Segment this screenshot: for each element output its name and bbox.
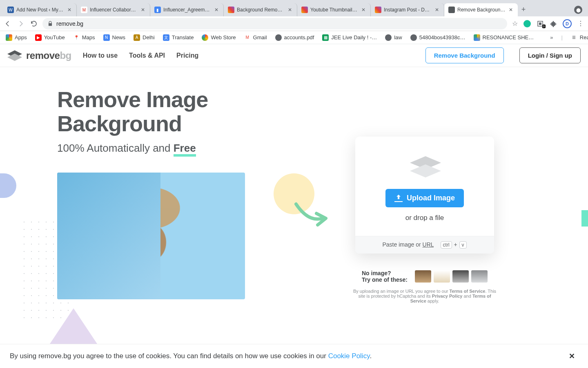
tab-1[interactable]: W Add New Post ‹ MyS… ✕ bbox=[3, 3, 77, 16]
logo-text: removebg bbox=[26, 50, 71, 61]
upload-card: Upload Image or drop a file Paste image … bbox=[355, 137, 494, 254]
gmail-icon: M bbox=[244, 34, 251, 41]
arrow-icon bbox=[294, 202, 331, 231]
favicon bbox=[301, 7, 308, 13]
drive-icon bbox=[385, 34, 392, 41]
hero-subtitle: 100% Automatically and Free bbox=[57, 142, 318, 155]
bookmark-law[interactable]: law bbox=[385, 34, 402, 41]
url-text: remove.bg bbox=[56, 20, 83, 27]
login-signup-button[interactable]: Login / Sign up bbox=[519, 47, 581, 63]
site-logo[interactable]: removebg bbox=[7, 50, 71, 61]
bookmark-translate[interactable]: 文Translate bbox=[163, 34, 194, 41]
sample-thumbs bbox=[415, 270, 488, 283]
drive-icon bbox=[410, 34, 417, 41]
bookmark-news[interactable]: NNews bbox=[103, 34, 126, 41]
bookmark-delhi[interactable]: ADelhi bbox=[134, 34, 155, 41]
close-icon[interactable]: ✕ bbox=[67, 7, 72, 13]
privacy-link[interactable]: Privacy Policy bbox=[432, 294, 463, 298]
new-tab-button[interactable]: + bbox=[518, 5, 529, 16]
decoration-square bbox=[581, 210, 588, 227]
tos-link[interactable]: Terms of Service bbox=[450, 289, 486, 294]
svg-marker-3 bbox=[410, 164, 441, 177]
hero-title: Remove Image Background bbox=[57, 88, 318, 136]
legal-text: By uploading an image or URL you agree t… bbox=[351, 289, 498, 303]
try-samples: No image? Try one of these: bbox=[362, 270, 488, 283]
paste-url-link[interactable]: URL bbox=[423, 241, 434, 248]
bookmark-bos[interactable]: 54804bos43938c… bbox=[410, 34, 466, 41]
tab-title: Instagram Post - Desi… bbox=[384, 7, 432, 13]
nav-how-to-use[interactable]: How to use bbox=[83, 52, 118, 59]
youtube-icon: ▶ bbox=[35, 34, 42, 41]
back-button[interactable] bbox=[4, 20, 11, 27]
decoration-blue-shape bbox=[0, 173, 16, 198]
bookmarks-overflow[interactable]: » bbox=[550, 34, 553, 40]
kbd-ctrl: ctrl bbox=[441, 241, 452, 249]
favicon bbox=[448, 7, 455, 13]
cookie-banner: By using remove.bg you agree to the use … bbox=[0, 344, 588, 368]
tab-3[interactable]: ▮ Influencer_Agreemen… ✕ bbox=[150, 3, 224, 16]
remove-background-button[interactable]: Remove Background bbox=[425, 47, 504, 63]
bookmark-resonance[interactable]: RESONANCE SHE… bbox=[474, 34, 534, 41]
tab-title: Remove Background f… bbox=[457, 7, 506, 13]
bookmark-jee[interactable]: ▦JEE Live Daily ! -… bbox=[322, 34, 377, 41]
favicon bbox=[228, 7, 234, 13]
window-controls: ⬤ bbox=[574, 6, 588, 16]
bookmark-accounts[interactable]: accounts.pdf bbox=[275, 34, 314, 41]
omnibox[interactable]: remove.bg bbox=[42, 18, 507, 29]
tab-2[interactable]: M Influencer Collaborati… ✕ bbox=[77, 3, 150, 16]
bookmark-gmail[interactable]: MGmail bbox=[244, 34, 267, 41]
sample-thumb-3[interactable] bbox=[452, 270, 469, 283]
close-icon[interactable]: ✕ bbox=[140, 7, 146, 13]
drive-icon bbox=[474, 34, 480, 41]
close-icon[interactable]: ✕ bbox=[508, 7, 514, 13]
close-icon[interactable]: ✕ bbox=[434, 7, 440, 13]
browser-chrome: W Add New Post ‹ MyS… ✕ M Influencer Col… bbox=[0, 0, 588, 44]
hero-section: Remove Image Background 100% Automatical… bbox=[0, 67, 588, 349]
bookmark-youtube[interactable]: ▶YouTube bbox=[35, 34, 65, 41]
menu-icon[interactable]: ⋮ bbox=[577, 20, 584, 27]
star-icon[interactable]: ☆ bbox=[512, 20, 518, 27]
tab-7-active[interactable]: Remove Background f… ✕ bbox=[444, 3, 518, 16]
extension-grammarly-icon[interactable] bbox=[523, 20, 531, 27]
extensions-icon[interactable] bbox=[550, 20, 557, 27]
profile-icon[interactable]: D bbox=[563, 19, 572, 28]
favicon: W bbox=[7, 7, 14, 13]
favicon: M bbox=[81, 7, 87, 13]
browser-toolbar: remove.bg ☆ 0 D ⋮ bbox=[0, 16, 588, 31]
sample-thumb-1[interactable] bbox=[415, 270, 431, 283]
cookie-text: By using remove.bg you agree to the use … bbox=[10, 352, 372, 360]
tab-6[interactable]: Instagram Post - Desi… ✕ bbox=[371, 3, 444, 16]
nav-pricing[interactable]: Pricing bbox=[176, 52, 198, 59]
tab-title: Youtube Thumbnail - … bbox=[310, 7, 358, 13]
sample-thumb-2[interactable] bbox=[434, 270, 450, 283]
cookie-policy-link[interactable]: Cookie Policy bbox=[328, 352, 370, 360]
tab-5[interactable]: Youtube Thumbnail - … ✕ bbox=[297, 3, 371, 16]
extension-badge-icon[interactable]: 0 bbox=[537, 20, 544, 27]
kbd-v: v bbox=[459, 241, 467, 249]
translate-icon: 文 bbox=[163, 34, 169, 41]
reading-list-icon: ☰ bbox=[571, 34, 577, 41]
drive-icon bbox=[275, 34, 282, 41]
close-icon[interactable]: ✕ bbox=[361, 7, 366, 13]
bookmark-apps[interactable]: Apps bbox=[6, 34, 27, 41]
extension-count: 0 bbox=[542, 25, 546, 28]
tab-4[interactable]: Background Remover… ✕ bbox=[224, 3, 297, 16]
bookmark-maps[interactable]: 📍Maps bbox=[73, 34, 95, 41]
upload-dropzone[interactable]: Upload Image or drop a file bbox=[355, 137, 494, 236]
sample-thumb-4[interactable] bbox=[471, 270, 488, 283]
cookie-close-button[interactable]: ✕ bbox=[566, 352, 578, 361]
close-icon[interactable]: ✕ bbox=[214, 7, 219, 13]
sheets-icon: ▦ bbox=[322, 34, 329, 41]
lock-icon bbox=[47, 21, 53, 27]
upload-image-button[interactable]: Upload Image bbox=[385, 189, 464, 207]
account-icon[interactable]: ⬤ bbox=[574, 6, 582, 14]
site-icon: A bbox=[134, 34, 140, 41]
reload-button[interactable] bbox=[30, 20, 38, 27]
reading-list[interactable]: ☰Reading List bbox=[571, 34, 588, 41]
forward-button bbox=[17, 20, 24, 27]
favicon bbox=[375, 7, 381, 13]
close-icon[interactable]: ✕ bbox=[287, 7, 293, 13]
nav-tools-api[interactable]: Tools & API bbox=[129, 52, 165, 59]
bookmark-webstore[interactable]: Web Store bbox=[202, 34, 236, 41]
tab-title: Add New Post ‹ MyS… bbox=[16, 7, 64, 13]
